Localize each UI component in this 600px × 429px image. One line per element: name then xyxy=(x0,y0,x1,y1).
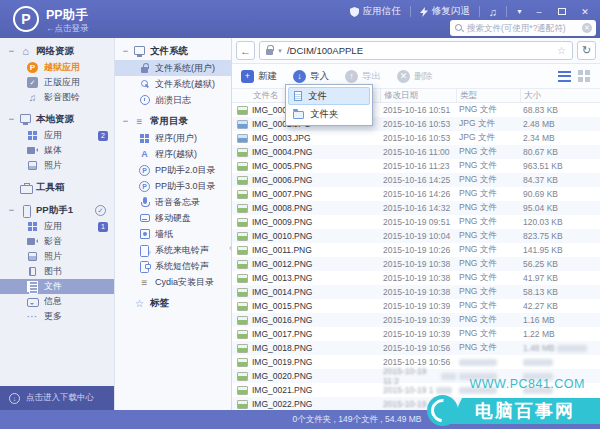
import-button[interactable]: ↓ 导入 xyxy=(293,70,329,83)
back-button[interactable]: ← xyxy=(236,41,255,60)
menu-arrow-icon[interactable]: ▼ xyxy=(516,8,523,15)
file-date-cell: 2015-10-19 1 xyxy=(380,385,456,395)
sidebar-group: −网络资源越狱应用正版应用影音图铃 xyxy=(0,42,114,105)
collapse-icon[interactable]: − xyxy=(8,46,15,56)
search-input[interactable] xyxy=(467,23,578,33)
sidebar-item[interactable]: 更多 xyxy=(0,309,114,324)
tree-item[interactable]: 文件系统(用户) xyxy=(115,60,231,76)
sidebar-group-header[interactable]: −PP助手1✓ xyxy=(0,201,114,219)
tree-item[interactable]: PP助手3.0目录 xyxy=(115,178,231,194)
tree-item[interactable]: PP助手2.0目录 xyxy=(115,162,231,178)
login-hint[interactable]: ←点击登录 xyxy=(46,23,89,35)
file-date-cell: 2015-10-16 14:25 xyxy=(380,175,456,185)
tree-item[interactable]: 墙纸 xyxy=(115,226,231,242)
maximize-button[interactable] xyxy=(555,6,569,18)
tree-item[interactable]: 程序(越狱) xyxy=(115,146,231,162)
refresh-button[interactable]: ↻ xyxy=(577,41,596,60)
file-name-cell: IMG_0019.PNG xyxy=(232,357,380,367)
sidebar-item[interactable]: 照片 xyxy=(0,158,114,173)
column-header-type[interactable]: 类型 xyxy=(456,89,520,102)
export-button[interactable]: ↑ 导出 xyxy=(345,70,381,83)
minimize-button[interactable]: – xyxy=(532,6,546,18)
list-view-icon[interactable] xyxy=(558,71,571,82)
file-row[interactable]: IMG_0003.JPG2015-10-16 10:53JPG 文件2.34 M… xyxy=(232,131,600,145)
tree-item[interactable]: Cydia安装目录 xyxy=(115,274,231,290)
file-row[interactable]: IMG_0010.PNG2015-10-19 10:04PNG 文件823.75… xyxy=(232,229,600,243)
grid-view-icon[interactable] xyxy=(578,70,583,75)
sidebar-group-header[interactable]: −本地资源 xyxy=(0,110,114,128)
tree-section-header[interactable]: −常用目录 xyxy=(115,112,231,130)
file-row[interactable]: IMG_0015.PNG2015-10-19 10:39PNG 文件42.27 … xyxy=(232,299,600,313)
sidebar-item[interactable]: 应用2 xyxy=(0,128,114,143)
collapse-icon[interactable]: − xyxy=(122,46,129,56)
favorite-star-icon[interactable]: ☆ xyxy=(557,45,566,56)
file-row[interactable]: IMG_0005.PNG2015-10-16 11:23PNG 文件963.51… xyxy=(232,159,600,173)
address-field[interactable]: ▼ /DCIM/100APPLE ☆ xyxy=(259,41,573,60)
file-row[interactable]: IMG_0012.PNG2015-10-19 10:38PNG 文件56.25 … xyxy=(232,257,600,271)
app-trust-button[interactable]: 应用信任 xyxy=(350,5,401,18)
sidebar-item[interactable]: 信息 xyxy=(0,294,114,309)
file-row[interactable]: IMG_0017.PNG2015-10-19 10:39PNG 文件1.22 M… xyxy=(232,327,600,341)
file-row[interactable]: IMG_0008.PNG2015-10-16 14:32PNG 文件95.04 … xyxy=(232,201,600,215)
download-center-button[interactable]: ↓ 点击进入下载中心 xyxy=(0,386,114,410)
file-row[interactable]: IMG_0006.PNG2015-10-16 14:25PNG 文件84.37 … xyxy=(232,173,600,187)
close-button[interactable]: ✕ xyxy=(578,6,592,18)
collapse-icon[interactable]: − xyxy=(122,116,129,126)
file-row[interactable]: IMG_0011.PNG2015-10-19 10:26PNG 文件141.95… xyxy=(232,243,600,257)
file-row[interactable]: IMG_0007.PNG2015-10-16 14:26PNG 文件90.69 … xyxy=(232,187,600,201)
sidebar-item[interactable]: 越狱应用 xyxy=(0,60,114,75)
tree-item[interactable]: 语音备忘录 xyxy=(115,194,231,210)
sidebar-item[interactable]: 应用1 xyxy=(0,219,114,234)
tree-item[interactable]: 移动硬盘 xyxy=(115,210,231,226)
tree-item[interactable]: 文件系统(越狱) xyxy=(115,76,231,92)
tree-section-header[interactable]: −文件系统 xyxy=(115,42,231,60)
sidebar-group-header[interactable]: −网络资源 xyxy=(0,42,114,60)
file-row[interactable]: IMG_0020.PNG2015-10-19 11:2 xyxy=(232,369,600,383)
tree-item[interactable]: 系统短信铃声 xyxy=(115,258,231,274)
collapse-icon[interactable]: − xyxy=(8,114,15,124)
file-row[interactable]: IMG_0013.PNG2015-10-19 10:38PNG 文件41.97 … xyxy=(232,271,600,285)
file-name: IMG_0013.PNG xyxy=(252,273,312,283)
file-name: IMG_0015.PNG xyxy=(252,301,312,311)
tree-section-header[interactable]: 标签 xyxy=(115,294,231,312)
file-row[interactable]: IMG_0016.PNG2015-10-19 10:39PNG 文件1.16 M… xyxy=(232,313,600,327)
sidebar-item[interactable]: 媒体 xyxy=(0,143,114,158)
sidebar-item[interactable]: 文件 xyxy=(0,279,114,294)
menu-item[interactable]: 文件 xyxy=(288,87,370,105)
file-row[interactable]: IMG_0009.PNG2015-10-19 09:51PNG 文件120.03… xyxy=(232,215,600,229)
delete-button[interactable]: ✕ 删除 xyxy=(397,70,433,83)
file-size: 1.16 MB xyxy=(523,315,555,325)
sidebar-item[interactable]: 正版应用 xyxy=(0,75,114,90)
sidebar-item[interactable]: 影音 xyxy=(0,234,114,249)
file-row[interactable]: IMG_0021.PNG2015-10-19 1 xyxy=(232,383,600,397)
search-box[interactable]: ✕ xyxy=(450,20,596,36)
column-header-size[interactable]: 大小 xyxy=(520,89,600,102)
panel-collapse-handle[interactable]: ‹ xyxy=(229,243,232,253)
collapse-icon[interactable]: − xyxy=(8,205,15,215)
fix-crash-button[interactable]: 修复闪退 xyxy=(420,5,470,18)
sidebar-group-header[interactable]: 工具箱 xyxy=(0,178,114,196)
new-button[interactable]: + 新建 xyxy=(241,70,277,83)
sidebar-item[interactable]: 照片 xyxy=(0,249,114,264)
ringtone-icon[interactable]: ♫ xyxy=(489,7,497,17)
clear-search-icon[interactable]: ✕ xyxy=(582,23,592,33)
sidebar-item[interactable]: 影音图铃 xyxy=(0,90,114,105)
tree-item[interactable]: 系统来电铃声 xyxy=(115,242,231,258)
sidebar-item[interactable]: 图书 xyxy=(0,264,114,279)
file-row[interactable]: IMG_0022.PNG2015-10-19 1 xyxy=(232,397,600,410)
tree-item[interactable]: 崩溃日志 xyxy=(115,92,231,108)
file-type: PNG 文件 xyxy=(459,174,497,186)
file-row[interactable]: IMG_0004.PNG2015-10-16 11:00PNG 文件80.67 … xyxy=(232,145,600,159)
column-header-date[interactable]: 修改日期 xyxy=(380,89,456,102)
file-name: IMG_0008.PNG xyxy=(252,203,312,213)
tree-item[interactable]: 程序(用户) xyxy=(115,130,231,146)
file-row[interactable]: IMG_0014.PNG2015-10-19 10:38PNG 文件58.13 … xyxy=(232,285,600,299)
wallpaper-icon xyxy=(139,229,150,240)
clock-icon xyxy=(139,95,150,106)
file-date: 2015-10-19 1 xyxy=(383,399,434,409)
sms-icon xyxy=(139,261,150,272)
menu-item[interactable]: 文件夹 xyxy=(288,105,370,123)
file-row[interactable]: IMG_0018.PNG2015-10-19 10:56PNG 文件1.48 M… xyxy=(232,341,600,355)
chevron-down-icon[interactable]: ▼ xyxy=(277,48,283,54)
file-name-cell: IMG_0018.PNG xyxy=(232,343,380,353)
